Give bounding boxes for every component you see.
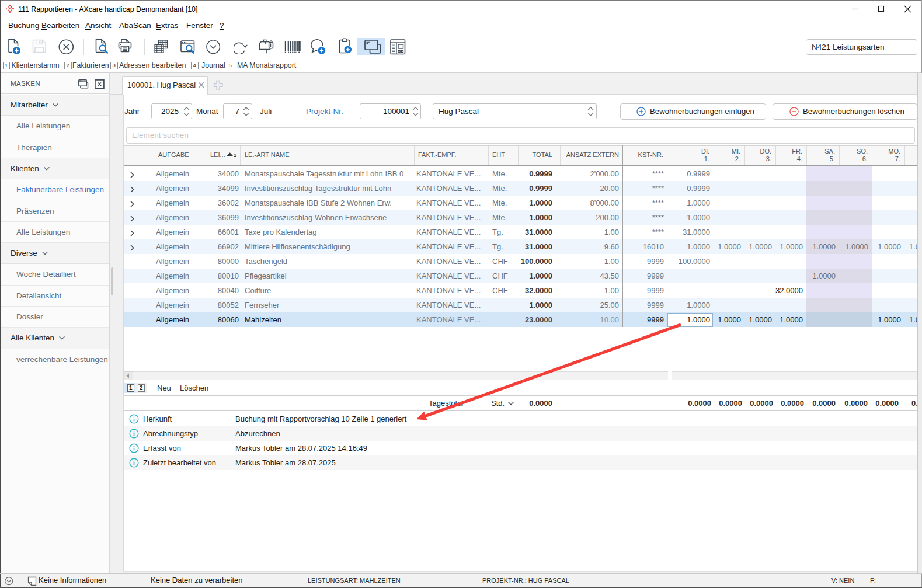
svg-text:1: 1 (234, 152, 236, 158)
